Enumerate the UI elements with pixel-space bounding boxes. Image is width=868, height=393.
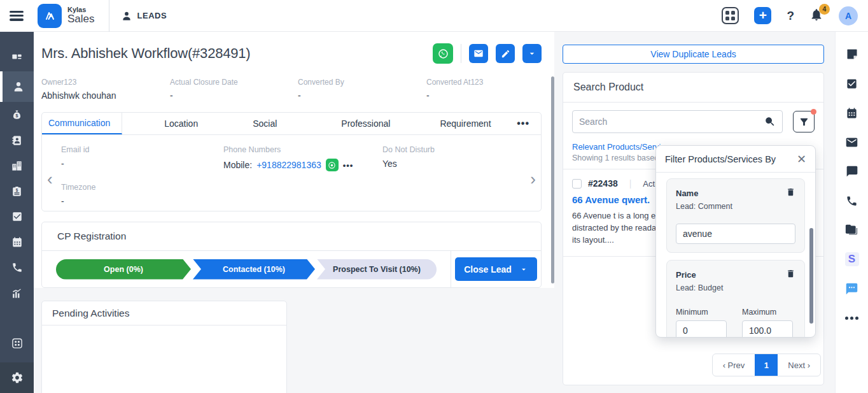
companies-icon	[11, 160, 23, 172]
module-label: LEADS	[137, 11, 167, 20]
pagination-next-button[interactable]: Next ›	[778, 354, 820, 376]
send-email-button[interactable]	[469, 44, 488, 63]
tab-social[interactable]: Social	[248, 113, 282, 134]
whatsapp-icon	[328, 161, 336, 169]
filter-name-input[interactable]	[676, 224, 795, 244]
lead-detail-main: Mrs. Abhishek Workflow(#328491) Own	[34, 32, 554, 393]
product-id-divider: |	[624, 178, 637, 189]
product-filter-button[interactable]	[793, 111, 815, 132]
search-icon[interactable]	[764, 116, 776, 127]
integration-s-icon: S	[845, 252, 859, 266]
sidebar-item-calls[interactable]	[845, 194, 859, 208]
stage-prospect-to-visit[interactable]: Prospect To Visit (10%)	[317, 259, 437, 280]
tab-professional[interactable]: Professional	[336, 113, 395, 134]
settings-icon	[11, 371, 24, 384]
contacts-icon	[11, 134, 23, 146]
user-avatar[interactable]: A	[839, 6, 858, 25]
close-lead-button[interactable]: Close Lead	[455, 257, 537, 281]
help-button[interactable]: ?	[787, 9, 794, 23]
hamburger-menu-icon[interactable]	[10, 11, 24, 21]
sidebar-item-leads[interactable]	[0, 71, 34, 102]
pagination-prev-button[interactable]: ‹ Prev	[713, 354, 755, 376]
sidebar-item-notes[interactable]	[845, 47, 859, 61]
popup-scrollbar[interactable]	[809, 204, 813, 338]
field-do-not-disturb: Do Not Disturb Yes	[382, 145, 541, 171]
sidebar-item-dashboard[interactable]	[0, 46, 34, 71]
email-icon	[845, 136, 858, 149]
sidebar-item-documents[interactable]	[845, 223, 859, 237]
sidebar-item-reports[interactable]	[0, 280, 34, 306]
header-divider	[109, 0, 109, 32]
maximum-price-input[interactable]	[742, 320, 793, 338]
filter-popup: Filter Products/Services By ✕ Name Lead:…	[655, 145, 816, 338]
sidebar-item-email[interactable]	[845, 135, 859, 149]
tab-location[interactable]: Location	[159, 113, 203, 134]
pipeline-stages: Open (0%) Contacted (10%) Prospect To Vi…	[42, 259, 451, 280]
lead-summary-fields: Owner123 Abhishwk chouhan Actual Closure…	[41, 78, 542, 101]
tabs-more-button[interactable]: •••	[517, 113, 529, 134]
edit-lead-button[interactable]	[496, 44, 515, 63]
phone-whatsapp-button[interactable]	[326, 159, 339, 171]
field-actual-closure-date: Actual Closure Date -	[170, 78, 298, 101]
caret-down-icon	[527, 48, 537, 59]
brand[interactable]: Kylas Sales	[38, 4, 95, 28]
more-actions-button[interactable]	[522, 44, 542, 63]
field-converted-at: Converted At123 -	[426, 78, 542, 101]
phone-more-button[interactable]: •••	[343, 161, 354, 170]
details-next-chevron[interactable]: ›	[530, 171, 536, 187]
sidebar-item-integration-s[interactable]: S	[845, 252, 859, 266]
delete-price-filter-button[interactable]	[786, 269, 795, 281]
view-duplicate-leads-button[interactable]: View Duplicate Leads	[563, 45, 824, 64]
tasks-icon	[11, 211, 23, 222]
lead-detail-tabs-card: Communication Location Social Profession…	[41, 112, 542, 211]
notification-count-badge: 4	[819, 4, 830, 15]
close-icon[interactable]: ✕	[797, 154, 806, 165]
sidebar-item-calendar[interactable]	[845, 106, 859, 120]
sidebar-item-settings[interactable]	[0, 362, 34, 393]
sidebar-item-marketplace[interactable]	[0, 331, 34, 356]
sidebar-item-calls[interactable]	[0, 255, 34, 280]
trash-icon	[786, 187, 795, 197]
sidebar-item-messenger[interactable]	[845, 282, 859, 296]
sidebar-item-companies[interactable]	[0, 153, 34, 178]
tab-requirement[interactable]: Requirement	[435, 113, 496, 134]
reports-icon	[11, 287, 23, 299]
sidebar-item-meetings[interactable]	[0, 229, 34, 255]
minimum-label: Minimum	[676, 308, 727, 317]
pencil-icon	[501, 49, 510, 59]
search-product-title: Search Product	[563, 73, 823, 103]
phone-number-link[interactable]: +918822981363	[256, 160, 321, 170]
main-scrollbar[interactable]	[551, 76, 554, 283]
leads-icon	[12, 80, 25, 93]
product-search-input[interactable]	[579, 117, 764, 127]
notifications-button[interactable]: 4	[809, 8, 823, 24]
sidebar-item-contacts[interactable]	[0, 127, 34, 153]
brand-product: Sales	[67, 13, 95, 25]
details-prev-chevron[interactable]: ‹	[47, 171, 53, 187]
filter-name-title: Name	[676, 189, 698, 198]
lead-title: Mrs. Abhishek Workflow(#328491)	[41, 45, 250, 62]
app-switcher-button[interactable]	[722, 7, 739, 24]
email-icon	[473, 48, 484, 59]
sidebar-item-more[interactable]	[845, 311, 859, 325]
delete-name-filter-button[interactable]	[786, 187, 795, 199]
quick-add-button[interactable]: +	[754, 7, 771, 24]
close-lead-label: Close Lead	[464, 264, 512, 275]
sidebar-item-deals[interactable]: $	[0, 102, 34, 127]
sidebar-item-tasks[interactable]	[0, 204, 34, 229]
phone-type-label: Mobile:	[223, 160, 252, 170]
stage-open[interactable]: Open (0%)	[56, 259, 191, 280]
sidebar-item-tasks[interactable]	[845, 76, 859, 90]
sidebar-item-chat[interactable]	[845, 164, 859, 178]
sidebar-item-quotations[interactable]: $	[0, 178, 34, 204]
tab-communication[interactable]: Communication	[42, 113, 122, 134]
pending-activities-title: Pending Activities	[42, 301, 286, 325]
pending-activities-card: Pending Activities	[41, 301, 287, 393]
stage-contacted[interactable]: Contacted (10%)	[193, 259, 315, 280]
whatsapp-button[interactable]	[433, 43, 453, 64]
minimum-price-input[interactable]	[676, 320, 727, 338]
product-checkbox[interactable]	[572, 179, 582, 189]
pagination-page-1[interactable]: 1	[755, 354, 778, 376]
trash-icon	[786, 269, 795, 278]
tasks-icon	[846, 78, 858, 90]
